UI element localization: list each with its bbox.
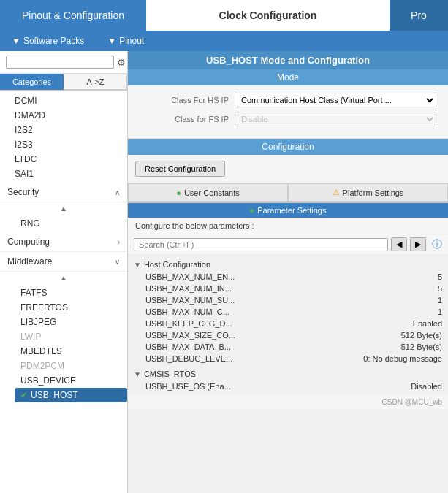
search-input[interactable] <box>6 56 114 69</box>
param-name: USBH_DEBUG_LEVE... <box>145 354 363 363</box>
param-name: USBH_MAX_DATA_B... <box>145 343 401 351</box>
params-search-input[interactable] <box>134 238 388 251</box>
param-row: USBH_MAX_SIZE_CO... 512 Byte(s) <box>134 329 442 341</box>
mode-section: Class For HS IP Communication Host Class… <box>128 85 448 139</box>
security-items: RNG <box>0 215 127 232</box>
check-icon: ✔ <box>20 390 28 400</box>
sidebar-item-i2s3[interactable]: I2S3 <box>9 137 127 152</box>
sidebar-item-dma2d[interactable]: DMA2D <box>9 108 127 123</box>
user-constants-label: User Constants <box>184 188 240 197</box>
sidebar-item-usb-host[interactable]: ✔ USB_HOST <box>15 388 127 402</box>
sidebar-item-dcmi[interactable]: DCMI <box>9 93 127 108</box>
param-value: Enabled <box>413 319 442 328</box>
host-config-label: Host Configuration <box>144 260 210 269</box>
param-row: USBH_MAX_NUM_IN... 5 <box>134 283 442 294</box>
middleware-separator: ▲ <box>0 272 127 284</box>
sidebar-item-pdm2pcm: PDM2PCM <box>15 359 127 373</box>
arrow-up-icon: ▲ <box>60 274 67 282</box>
param-value: 512 Byte(s) <box>401 331 442 340</box>
param-tree: ▼ Host Configuration USBH_MAX_NUM_EN... … <box>128 255 448 395</box>
cmsis-rtos-group[interactable]: ▼ CMSIS_RTOS <box>134 367 442 381</box>
param-value: 512 Byte(s) <box>401 343 442 351</box>
class-fs-label: Class for FS IP <box>140 115 235 123</box>
tab-categories[interactable]: Categories <box>0 74 64 90</box>
config-body: Reset Configuration ● User Constants ⚠ P… <box>128 155 448 493</box>
sub-item-software-packs[interactable]: ▼ Software Packs <box>0 31 96 51</box>
param-row: USBH_DEBUG_LEVE... 0: No debug message <box>134 353 442 364</box>
chevron-down-icon: ▼ <box>12 36 20 46</box>
sidebar-item-rng[interactable]: RNG <box>15 216 127 231</box>
sub-item-software-packs-label: Software Packs <box>23 36 84 46</box>
sidebar-item-fatfs[interactable]: FATFS <box>15 286 127 300</box>
param-name: USBH_MAX_NUM_C... <box>145 307 438 316</box>
config-tabs-row: ● User Constants ⚠ Platform Settings <box>128 183 448 202</box>
middleware-label: Middleware <box>7 256 52 267</box>
sidebar-item-usb-device[interactable]: USB_DEVICE <box>15 373 127 388</box>
param-value: 5 <box>438 284 442 293</box>
green-dot-icon: ● <box>176 188 181 197</box>
param-value: 5 <box>438 272 442 281</box>
next-param-button[interactable]: ▶ <box>410 237 426 251</box>
class-hs-select[interactable]: Communication Host Class (Virtual Port .… <box>235 93 436 107</box>
top-nav: Pinout & Configuration Clock Configurati… <box>0 0 448 31</box>
sidebar-item-sai1[interactable]: SAI1 <box>9 167 127 181</box>
warning-icon: ⚠ <box>333 188 340 197</box>
prev-param-button[interactable]: ◀ <box>391 237 407 251</box>
param-name: USBH_MAX_NUM_SU... <box>145 296 438 305</box>
param-row: USBH_MAX_DATA_B... 512 Byte(s) <box>134 341 442 353</box>
param-value: 1 <box>438 296 442 305</box>
tab-parameter-settings[interactable]: ● Parameter Settings <box>128 202 448 218</box>
chevron-icon: ∧ <box>115 188 120 196</box>
tab-pro[interactable]: Pro <box>390 0 448 31</box>
param-row: USBH_USE_OS (Ena... Disabled <box>134 381 442 392</box>
sidebar-item-libjpeg[interactable]: LIBJPEG <box>15 315 127 329</box>
sidebar-item-freertos[interactable]: FREERTOS <box>15 300 127 315</box>
config-section: Configuration Reset Configuration ● User… <box>128 139 448 493</box>
tab-pinout[interactable]: Pinout & Configuration <box>0 0 146 31</box>
watermark: CSDN @MCU_wb <box>128 395 448 409</box>
sub-item-pinout[interactable]: ▼ Pinout <box>96 31 156 51</box>
computing-group-header[interactable]: Computing › <box>0 232 127 252</box>
sub-nav: ▼ Software Packs ▼ Pinout <box>0 31 448 51</box>
security-label: Security <box>7 187 39 197</box>
tab-user-constants[interactable]: ● User Constants <box>128 183 288 202</box>
tab-clock[interactable]: Clock Configuration <box>146 0 390 31</box>
gear-icon[interactable]: ⚙ <box>117 57 126 68</box>
param-name: USBH_KEEP_CFG_D... <box>145 319 413 328</box>
param-name: USBH_MAX_SIZE_CO... <box>145 331 401 340</box>
cmsis-rtos-label: CMSIS_RTOS <box>144 370 196 378</box>
tab-platform-settings[interactable]: ⚠ Platform Settings <box>288 183 448 202</box>
sidebar-item-mbedtls[interactable]: MBEDTLS <box>15 344 127 359</box>
chevron-down-icon: ∨ <box>115 258 120 266</box>
host-config-params: USBH_MAX_NUM_EN... 5 USBH_MAX_NUM_IN... … <box>134 271 442 364</box>
content-area: USB_HOST Mode and Configuration Mode Cla… <box>128 51 448 493</box>
param-row: USBH_MAX_NUM_SU... 1 <box>134 294 442 306</box>
chevron-right-icon: › <box>118 238 120 246</box>
multimedia-group: DCMI DMA2D I2S2 I2S3 LTDC SAI1 <box>0 91 127 183</box>
param-value: 1 <box>438 307 442 316</box>
middleware-group-header[interactable]: Middleware ∨ <box>0 252 127 272</box>
sidebar-list: DCMI DMA2D I2S2 I2S3 LTDC SAI1 Security … <box>0 91 127 493</box>
host-config-group[interactable]: ▼ Host Configuration <box>134 258 442 271</box>
security-group-header[interactable]: Security ∧ <box>0 183 127 202</box>
sidebar-item-i2s2[interactable]: I2S2 <box>9 123 127 137</box>
param-row: USBH_KEEP_CFG_D... Enabled <box>134 318 442 329</box>
sub-item-pinout-label: Pinout <box>119 36 144 46</box>
sidebar-item-lwip: LWIP <box>15 329 127 344</box>
reset-config-button[interactable]: Reset Configuration <box>135 161 225 177</box>
mode-row-hs: Class For HS IP Communication Host Class… <box>140 93 436 107</box>
param-name: USBH_MAX_NUM_EN... <box>145 272 438 281</box>
class-hs-label: Class For HS IP <box>140 96 235 104</box>
collapse-arrow-icon: ▼ <box>134 261 141 269</box>
sidebar-item-ltdc[interactable]: LTDC <box>9 152 127 167</box>
usb-host-label: USB_HOST <box>31 390 78 400</box>
green-dot-param-icon: ● <box>250 206 255 215</box>
config-section-header: Configuration <box>128 139 448 155</box>
middleware-group: Middleware ∨ ▲ FATFS FREERTOS LIBJPEG LW… <box>0 252 127 404</box>
param-value: 0: No debug message <box>363 354 442 363</box>
mode-section-header: Mode <box>128 69 448 85</box>
params-search-row: ◀ ▶ ⓘ <box>128 234 448 255</box>
platform-settings-label: Platform Settings <box>343 188 404 197</box>
tab-atoz[interactable]: A->Z <box>64 74 127 90</box>
class-fs-select[interactable]: Disable <box>235 112 436 126</box>
